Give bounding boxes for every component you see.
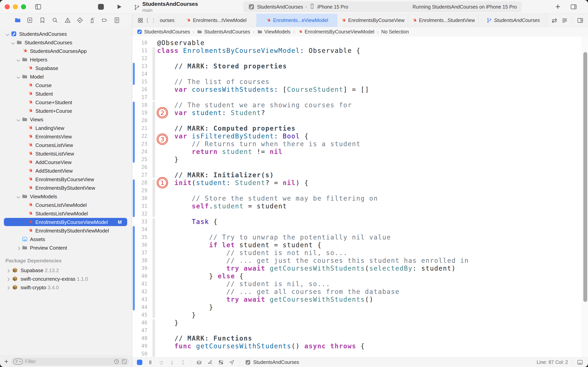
new-tab-button[interactable]: + bbox=[555, 2, 560, 11]
change-ribbon[interactable] bbox=[152, 101, 155, 178]
step-into-icon[interactable] bbox=[169, 359, 175, 365]
source-change-bar[interactable] bbox=[133, 102, 135, 163]
code-line[interactable]: 21 // MARK: Computed properties bbox=[132, 125, 588, 132]
toggle-sidebar-icon[interactable] bbox=[34, 3, 42, 10]
sidebar-item-enrolmentsbycourseview[interactable]: EnrolmentsByCourseView bbox=[0, 175, 132, 184]
sidebar-item-studentsandcourses[interactable]: StudentsAndCourses bbox=[0, 30, 132, 38]
change-ribbon[interactable] bbox=[152, 218, 155, 318]
toggle-inspector-icon[interactable] bbox=[570, 3, 578, 10]
navigator-debug-icon[interactable] bbox=[89, 17, 95, 24]
code-line[interactable]: 25 } bbox=[132, 156, 588, 163]
disclosure-closed-icon[interactable] bbox=[6, 269, 9, 273]
code-line[interactable]: 31 self.student = student bbox=[132, 202, 588, 210]
code-line[interactable]: 50 bbox=[132, 350, 588, 357]
breadcrumb-item[interactable]: EnrolmentsByCourseViewModel bbox=[305, 29, 374, 35]
minimize-window-button[interactable] bbox=[13, 4, 18, 9]
code-line[interactable]: 18 // The student we are showing courses… bbox=[132, 101, 588, 109]
code-line[interactable]: 33 Task { bbox=[132, 218, 588, 225]
scrollbar-thumb[interactable] bbox=[583, 52, 587, 302]
sidebar-item-student[interactable]: Student bbox=[0, 89, 132, 98]
sidebar-item-viewmodels[interactable]: ViewModels bbox=[0, 192, 132, 200]
breadcrumb-item[interactable]: ViewModels bbox=[264, 29, 291, 35]
code-line[interactable]: 48 // MARK: Functions bbox=[132, 334, 588, 342]
sidebar-item-courseslistviewmodel[interactable]: CoursesListViewModel bbox=[0, 200, 132, 209]
code-line[interactable]: 19 var student: Student? bbox=[132, 109, 588, 117]
code-line[interactable]: 34 bbox=[132, 225, 588, 233]
code-line[interactable]: 42 // ... get all courses from the datab… bbox=[132, 288, 588, 295]
navigator-find-icon[interactable] bbox=[52, 17, 58, 24]
package-item-supabase[interactable]: Supabase 2.13.2 bbox=[0, 266, 132, 275]
recent-files-icon[interactable] bbox=[114, 359, 119, 365]
disclosure-closed-icon[interactable] bbox=[6, 286, 9, 290]
source-change-bar[interactable] bbox=[133, 179, 135, 217]
code-editor[interactable]: 10@Observable11class EnrolmentsByCourseV… bbox=[132, 37, 588, 357]
package-item-swift-crypto[interactable]: swift-crypto 3.4.0 bbox=[0, 283, 132, 292]
code-line[interactable]: 12 bbox=[132, 54, 588, 62]
disclosure-open-icon[interactable] bbox=[17, 118, 20, 121]
sidebar-item-helpers[interactable]: Helpers bbox=[0, 55, 132, 64]
navigator-issues-icon[interactable] bbox=[64, 17, 71, 24]
go-back-icon[interactable]: ⟨ bbox=[145, 17, 150, 24]
code-line[interactable]: 35 // Try to unwrap the potentially nil … bbox=[132, 233, 588, 241]
code-line[interactable]: 39 try await getCoursesWithStudents(sele… bbox=[132, 264, 588, 272]
step-over-icon[interactable] bbox=[158, 359, 164, 365]
sidebar-item-studentsandcoursesapp[interactable]: StudentsAndCoursesApp bbox=[0, 47, 132, 55]
code-line[interactable]: 41 // student is nil, so... bbox=[132, 280, 588, 288]
navigator-breakpoints-icon[interactable] bbox=[101, 17, 108, 24]
change-ribbon[interactable] bbox=[152, 319, 155, 357]
toggle-debug-area-icon[interactable] bbox=[577, 359, 583, 366]
code-line[interactable]: 43 try await getCoursesWithStudents() bbox=[132, 295, 588, 303]
code-line[interactable]: 26 bbox=[132, 163, 588, 171]
disclosure-open-icon[interactable] bbox=[17, 195, 20, 198]
sidebar-item-supabase[interactable]: Supabase bbox=[0, 64, 132, 72]
breadcrumb[interactable]: StudentsAndCourses›StudentsAndCourses›Vi… bbox=[132, 27, 588, 37]
sidebar-item-enrolmentsbystudentview[interactable]: EnrolmentsByStudentView bbox=[0, 184, 132, 192]
code-line[interactable]: 14 bbox=[132, 70, 588, 78]
running-app-indicator[interactable]: StudentsAndCourses bbox=[245, 359, 299, 365]
simulate-location-icon[interactable] bbox=[229, 359, 235, 365]
related-items-icon[interactable] bbox=[137, 17, 143, 24]
code-line[interactable]: 49 func getCoursesWithStudents() async t… bbox=[132, 342, 588, 350]
source-control-status-icon[interactable] bbox=[121, 359, 127, 365]
sidebar-item-studentslistviewmodel[interactable]: StudentsListViewModel bbox=[0, 209, 132, 218]
sidebar-item-enrolmentsview[interactable]: EnrolmentsView bbox=[0, 132, 132, 141]
sidebar-item-enrolmentsbycourseviewmodel[interactable]: EnrolmentsByCourseViewModelM bbox=[0, 218, 132, 226]
sidebar-item-addstudentview[interactable]: AddStudentView bbox=[0, 167, 132, 175]
run-destination[interactable]: iPhone 15 Pro bbox=[317, 4, 348, 10]
editor-tab[interactable]: Enrolments...tViewModel bbox=[175, 14, 256, 27]
disclosure-open-icon[interactable] bbox=[6, 32, 9, 36]
editor-tab[interactable]: EnrolmentsByCourseView bbox=[337, 14, 408, 27]
filter-options-icon[interactable] bbox=[13, 359, 23, 365]
memory-graph-icon[interactable] bbox=[207, 359, 213, 365]
code-line[interactable]: 15 // The list of courses bbox=[132, 78, 588, 85]
close-window-button[interactable] bbox=[5, 4, 10, 9]
minimap-icon[interactable] bbox=[561, 17, 568, 24]
code-line[interactable]: 30 // Store the student we may be filter… bbox=[132, 194, 588, 202]
sidebar-item-student-course[interactable]: Student+Course bbox=[0, 107, 132, 115]
code-line[interactable]: 32 bbox=[132, 210, 588, 218]
editor-tab[interactable]: Enrolments...StudentView bbox=[408, 14, 478, 27]
sidebar-item-preview-content[interactable]: Preview Content bbox=[0, 243, 132, 252]
go-forward-icon[interactable]: ⟩ bbox=[151, 17, 156, 24]
filter-field[interactable]: Filter bbox=[11, 358, 129, 366]
navigator-changes-icon[interactable] bbox=[26, 17, 33, 24]
code-line[interactable]: 22 var isFilteredByStudent: Bool { bbox=[132, 132, 588, 140]
run-button[interactable] bbox=[116, 3, 123, 10]
sidebar-item-studentsandcourses[interactable]: StudentsAndCourses bbox=[0, 38, 132, 47]
disclosure-open-icon[interactable] bbox=[17, 58, 20, 61]
code-line[interactable]: 16 var coursesWithStudents: [CourseStude… bbox=[132, 85, 588, 93]
code-line[interactable]: 37 // student is not nil, so... bbox=[132, 249, 588, 257]
disclosure-closed-icon[interactable] bbox=[6, 278, 9, 281]
code-line[interactable]: 40 } else { bbox=[132, 272, 588, 280]
package-item-swift-concurrency-extras[interactable]: swift-concurrency-extras 1.1.0 bbox=[0, 275, 132, 283]
code-line[interactable]: 28 init(student: Student? = nil) { bbox=[132, 179, 588, 187]
sidebar-item-course-student[interactable]: Course+Student bbox=[0, 98, 132, 107]
sidebar-divider[interactable] bbox=[132, 14, 132, 367]
code-review-icon[interactable]: ⇄ bbox=[552, 17, 557, 24]
code-line[interactable]: 47 bbox=[132, 326, 588, 334]
stop-button[interactable] bbox=[98, 4, 104, 10]
editor-tab-active[interactable]: Enrolments...eViewModel bbox=[256, 14, 337, 27]
source-change-bar[interactable] bbox=[133, 63, 135, 85]
code-line[interactable]: 11class EnrolmentsByCourseViewModel: Obs… bbox=[132, 47, 588, 54]
scrollbar-track[interactable] bbox=[582, 37, 588, 357]
